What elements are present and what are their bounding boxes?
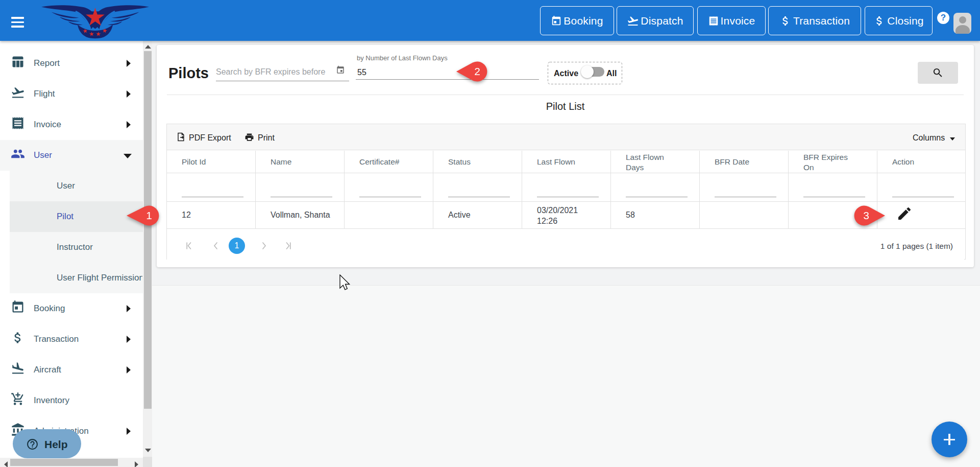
svg-text:3: 3 xyxy=(863,209,869,221)
svg-text:1: 1 xyxy=(146,209,152,221)
svg-text:2: 2 xyxy=(474,65,480,77)
